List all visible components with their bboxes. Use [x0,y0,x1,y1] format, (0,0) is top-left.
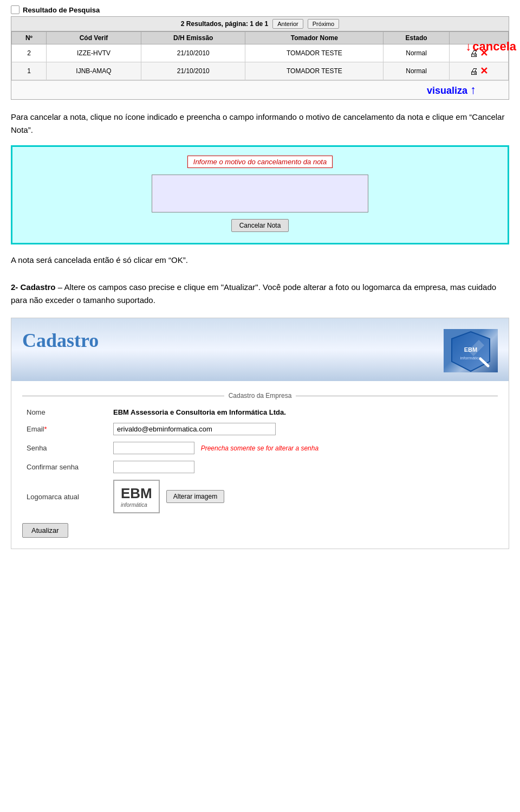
cancel-modal-area: Informe o motivo do cancelamento da nota… [11,145,509,244]
cell-estado: Normal [384,44,449,62]
senha-field-cell: Preencha somente se for alterar a senha [109,439,498,457]
ebm-logo-sub: informática [121,502,152,508]
col-data: D/H Emissão [141,32,245,44]
next-button[interactable]: Próximo [308,19,339,29]
cell-data: 21/10/2010 [141,62,245,80]
visualiza-annotation: visualiza ↑ [11,80,509,99]
senha-hint: Preencha somente se for alterar a senha [201,444,318,452]
senha-input[interactable] [113,442,194,454]
ebm-text: EBM [121,485,152,501]
email-label: Email* [22,420,109,439]
instruction-cancel-text: Para cancelar a nota, clique no ícone in… [11,111,509,137]
cadastro-logo-area: EBM informática [444,329,498,372]
logomarca-label: Logomarca atual [22,476,109,517]
results-table-wrapper: ↓ cancela 2 Resultados, página: 1 de 1 A… [11,16,509,100]
form-row-logomarca: Logomarca atual EBM informática Alterar … [22,476,498,517]
section-icon [11,5,20,14]
cancel-modal-title: Informe o motivo do cancelamento da nota [187,156,333,168]
cell-estado: Normal [384,62,449,80]
cadastro-box: Cadastro EBM informática [11,318,509,549]
col-cod: Cód Verif [46,32,141,44]
table-row: 1 IJNB-AMAQ 21/10/2010 TOMADOR TESTE Nor… [12,62,509,80]
nome-value: EBM Assessoria e Consultoria em Informát… [109,405,498,420]
email-field-cell [109,420,498,439]
confirmar-field-cell [109,457,498,476]
senha-label: Senha [22,439,109,457]
cancelar-nota-button[interactable]: Cancelar Nota [231,219,289,232]
cancel-icon[interactable]: ✕ [480,66,488,76]
form-row-confirmar: Confirmar senha [22,457,498,476]
email-input[interactable] [113,423,276,435]
col-estado: Estado [384,32,449,44]
divider-label: Cadastro da Empresa [229,392,292,399]
form-row-nome: Nome EBM Assessoria e Consultoria em Inf… [22,405,498,420]
form-row-senha: Senha Preencha somente se for alterar a … [22,439,498,457]
form-row-email: Email* [22,420,498,439]
cadastro-section: 2- Cadastro – Altere os campos caso prec… [11,281,509,549]
section-divider: Cadastro da Empresa [22,392,498,399]
search-results-section: Resultado de Pesquisa ↓ cancela 2 Result… [11,5,509,100]
cadastro-header: Cadastro EBM informática [11,318,509,381]
section-title-text: Resultado de Pesquisa [23,6,100,14]
cadastro-intro-text: 2- Cadastro – Altere os campos caso prec… [11,281,509,307]
cell-cod: IZZE-HVTV [46,44,141,62]
visualiza-text: visualiza [427,85,467,96]
table-header-row: Nº Cód Verif D/H Emissão Tomador Nome Es… [12,32,509,44]
cadastro-body: Cadastro da Empresa Nome EBM Assessoria … [11,381,509,549]
shield-logo-svg: EBM informática [449,329,492,372]
section-title: Resultado de Pesquisa [11,5,509,14]
logomarca-field-cell: EBM informática Alterar imagem [109,476,498,517]
cadastro-title: Cadastro [22,329,99,352]
confirmar-label: Confirmar senha [22,457,109,476]
cell-num: 1 [12,62,47,80]
cell-cod: IJNB-AMAQ [46,62,141,80]
cancel-reason-textarea[interactable] [152,175,368,212]
svg-text:informática: informática [460,356,482,360]
logo-row: EBM informática Alterar imagem [113,480,493,513]
cell-nome: TOMADOR TESTE [245,44,384,62]
divider-line-left [22,396,224,396]
pagination-bar: 2 Resultados, página: 1 de 1 Anterior Pr… [11,17,509,31]
col-num: Nº [12,32,47,44]
cadastro-form-table: Nome EBM Assessoria e Consultoria em Inf… [22,405,498,517]
ebm-logo-text: EBM [121,485,152,502]
nome-value-text: EBM Assessoria e Consultoria em Informát… [113,408,286,416]
nome-label: Nome [22,405,109,420]
pagination-info: 2 Resultados, página: 1 de 1 [181,20,268,28]
divider-line-right [296,396,498,396]
logo-preview: EBM informática [113,480,160,513]
prev-button[interactable]: Anterior [272,19,303,29]
confirmar-senha-input[interactable] [113,461,194,473]
ok-instruction-text: A nota será cancelada então é só clicar … [11,255,509,265]
cell-num: 2 [12,44,47,62]
results-table: Nº Cód Verif D/H Emissão Tomador Nome Es… [11,31,509,80]
cancela-annotation: cancela [472,40,516,54]
cell-actions: 🖨 ✕ [449,62,508,80]
atualizar-button[interactable]: Atualizar [22,523,68,538]
alterar-imagem-button[interactable]: Alterar imagem [166,490,224,503]
email-required-star: * [44,425,47,433]
col-nome: Tomador Nome [245,32,384,44]
table-row: 2 IZZE-HVTV 21/10/2010 TOMADOR TESTE Nor… [12,44,509,62]
cell-nome: TOMADOR TESTE [245,62,384,80]
cell-data: 21/10/2010 [141,44,245,62]
print-icon[interactable]: 🖨 [470,67,478,76]
